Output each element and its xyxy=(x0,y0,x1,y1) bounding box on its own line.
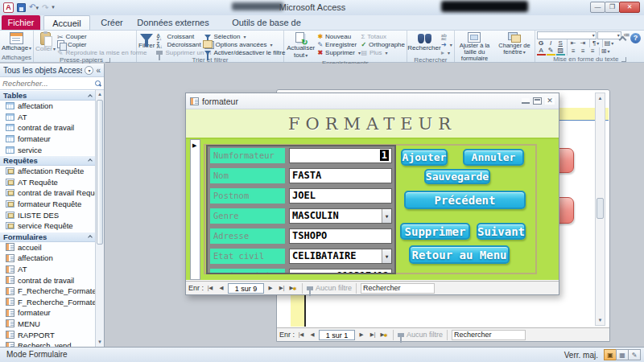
record-position[interactable]: 1 sur 9 xyxy=(228,283,264,294)
scroll-up-icon[interactable]: ▲ xyxy=(596,93,605,103)
nav-item-form[interactable]: Recherch_vend xyxy=(0,340,95,347)
align-left-icon[interactable]: ≡ xyxy=(569,47,578,56)
align-center-icon[interactable]: ≡ xyxy=(579,47,588,56)
fit-to-form-button[interactable]: Ajuster à la taille du formulaire xyxy=(456,31,493,62)
chevron-down-icon[interactable]: ▼ xyxy=(382,249,391,263)
section-formulaires[interactable]: Formulaires xyxy=(0,232,95,242)
text-direction-icon[interactable]: ¶▾ xyxy=(592,39,601,47)
scroll-thumb[interactable] xyxy=(597,198,604,219)
nav-item-query[interactable]: contrat de travail Requête xyxy=(0,187,95,199)
nav-scrollbar[interactable]: ▲ ▼ xyxy=(95,90,104,347)
nav-item-form[interactable]: AT xyxy=(0,264,95,275)
nom-field[interactable]: FASTA xyxy=(289,168,392,183)
nav-menu-dropdown-icon[interactable]: ▾ xyxy=(85,66,93,75)
cut-button[interactable]: ✂Couper xyxy=(57,33,147,40)
precedent-button[interactable]: Précédent xyxy=(404,191,526,209)
help-icon[interactable]: ? xyxy=(630,33,641,43)
sort-descending-button[interactable]: ZA↓Décroissant xyxy=(156,41,203,48)
nav-item-form[interactable]: contrat de travail xyxy=(0,274,95,286)
form-restore-icon[interactable] xyxy=(533,97,542,105)
ajouter-button[interactable]: Ajouter xyxy=(401,149,448,166)
section-requetes[interactable]: Requêtes xyxy=(0,155,95,166)
toggle-filter-button[interactable]: Activer/désactiver le filtre xyxy=(204,49,285,56)
spelling-button[interactable]: ✓Orthographe xyxy=(361,41,405,48)
nav-item-form[interactable]: F_Recherche_Formateur1 xyxy=(0,297,95,308)
previous-record-icon[interactable]: ◀ xyxy=(217,283,226,294)
select-button[interactable]: ▸▾ xyxy=(441,49,452,56)
nav-item-form[interactable]: accueil xyxy=(0,242,95,253)
align-right-icon[interactable]: ≡ xyxy=(588,47,597,56)
annuler-button[interactable]: Annuler xyxy=(463,149,524,166)
nav-item-table[interactable]: AT xyxy=(0,112,95,123)
numformateur-field[interactable]: 1 xyxy=(289,148,392,163)
nav-item-query[interactable]: affectation Requête xyxy=(0,166,95,177)
minimize-ribbon-icon[interactable] xyxy=(619,35,627,43)
etat-civil-combo[interactable]: CELIBATAIRE▼ xyxy=(289,249,392,264)
gridlines-icon[interactable]: ▤▾ xyxy=(605,39,613,47)
scroll-down-icon[interactable]: ▼ xyxy=(96,338,104,347)
highlight-color-icon[interactable]: ✎ xyxy=(547,47,555,56)
nav-item-table[interactable]: affectation xyxy=(0,101,95,112)
last-record-icon[interactable]: ▶| xyxy=(277,283,287,294)
nav-search-input[interactable] xyxy=(2,79,95,88)
telephone-field[interactable]: 812317412 xyxy=(289,269,392,274)
goto-button[interactable]: ➜▾ xyxy=(441,41,452,48)
suivant-button[interactable]: Suivant xyxy=(477,223,526,240)
nav-pane-header[interactable]: Tous les objets Access ▾ « xyxy=(0,64,104,77)
nav-item-query[interactable]: formateur Requête xyxy=(0,199,95,210)
new-record-icon[interactable]: ▶✱ xyxy=(288,283,298,294)
section-tables[interactable]: Tables xyxy=(0,90,95,101)
font-color-button[interactable]: A xyxy=(537,47,546,56)
adresse-field[interactable]: TSHOPO xyxy=(289,228,392,244)
close-button[interactable]: ✕ xyxy=(619,2,640,13)
nav-item-form[interactable]: RAPPORT xyxy=(0,329,95,340)
font-name-combo[interactable] xyxy=(537,31,597,39)
nav-item-query[interactable]: AT Requête xyxy=(0,177,95,188)
collapse-section-icon[interactable] xyxy=(88,235,93,240)
copy-button[interactable]: Copier xyxy=(57,41,147,48)
record-selector[interactable] xyxy=(190,139,200,280)
form-close-icon[interactable]: ✕ xyxy=(545,97,555,105)
collapse-pane-icon[interactable]: « xyxy=(96,66,101,75)
view-datasheet-icon[interactable]: ▦ xyxy=(616,349,629,360)
grid-icon[interactable]: ⊞▾ xyxy=(601,47,610,56)
nav-item-query[interactable]: ILISTE DES xyxy=(0,209,95,220)
restore-button[interactable]: ❐ xyxy=(605,2,620,13)
form-title-bar[interactable]: formateur ✕ xyxy=(186,93,559,109)
nav-item-form[interactable]: MENU xyxy=(0,319,95,330)
dialog-launcher-icon[interactable] xyxy=(621,57,626,62)
first-record-icon[interactable]: |◀ xyxy=(205,283,215,294)
nav-item-table[interactable]: contrat de travail xyxy=(0,122,95,134)
record-position[interactable]: 1 sur 1 xyxy=(319,330,355,340)
postnom-field[interactable]: JOEL xyxy=(289,188,392,204)
genre-combo[interactable]: MASCULIN▼ xyxy=(289,208,392,224)
next-record-icon[interactable]: ▶ xyxy=(266,283,275,294)
retour-menu-button[interactable]: Retour au Menu xyxy=(409,245,510,264)
new-record-button[interactable]: ✱Nouveau xyxy=(317,33,359,40)
save-record-button[interactable]: ✎Enregistrer xyxy=(317,41,359,48)
filter-button[interactable]: Filtrer xyxy=(138,31,155,49)
switch-window-button[interactable]: Changer de fenêtre▾ xyxy=(496,31,533,56)
nav-item-table[interactable]: service xyxy=(0,144,95,155)
nav-item-form[interactable]: affectation xyxy=(0,253,95,264)
scroll-down-icon[interactable]: ▼ xyxy=(596,315,605,325)
tab-donnees-externes[interactable]: Données externes xyxy=(134,15,213,30)
nav-item-query[interactable]: service Requête xyxy=(0,220,95,232)
tab-creer[interactable]: Créer xyxy=(93,15,130,30)
scroll-thumb[interactable] xyxy=(97,100,103,245)
chevron-down-icon[interactable]: ▼ xyxy=(382,209,391,223)
tab-outils-bdd[interactable]: Outils de base de données xyxy=(214,15,319,30)
sauvegarde-button[interactable]: Sauvegarde xyxy=(424,169,490,184)
selection-button[interactable]: Sélection▾ xyxy=(204,33,285,40)
nav-item-form[interactable]: formateur xyxy=(0,307,95,319)
record-search-input[interactable] xyxy=(452,330,526,340)
view-form-icon[interactable]: ▣ xyxy=(604,349,617,360)
record-search-input[interactable] xyxy=(361,283,435,294)
search-icon[interactable] xyxy=(95,80,101,87)
supprimer-button[interactable]: Supprimer xyxy=(400,223,470,240)
collapse-section-icon[interactable] xyxy=(88,94,93,99)
view-design-icon[interactable]: ✎ xyxy=(628,349,641,360)
refresh-all-button[interactable]: Actualiser tout▾ xyxy=(286,31,316,60)
form-minimize-icon[interactable] xyxy=(522,98,530,104)
view-button[interactable]: Affichage▾ xyxy=(2,31,31,52)
